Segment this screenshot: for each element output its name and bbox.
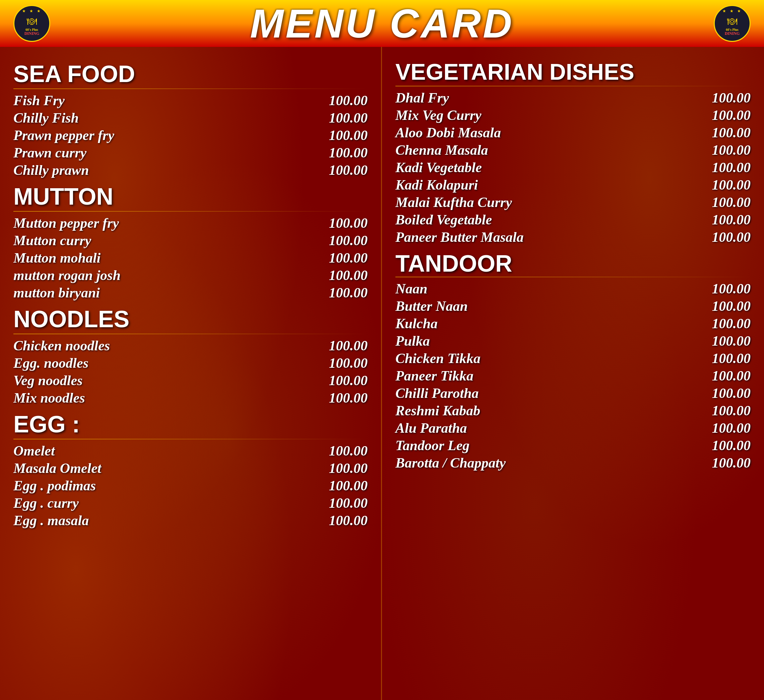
left-column: SEA FOOD Fish Fry 100.00 Chilly Fish 100… [0,47,382,700]
list-item: Butter Naan 100.00 [395,298,751,314]
egg-divider [13,439,368,439]
tandoor-divider [395,277,751,277]
vegetarian-divider [395,86,751,86]
item-price: 100.00 [712,194,751,210]
noodles-divider [13,334,368,334]
item-name: Egg. noodles [13,355,88,371]
noodles-section: NOODLES Chicken noodles 100.00 Egg. nood… [13,308,368,406]
item-name: Naan [395,281,427,297]
item-name: Mutton curry [13,233,91,248]
list-item: Pulka 100.00 [395,333,751,349]
item-name: Mutton pepper fry [13,215,119,231]
logo-left: ★ ★ ★ 🍽 60's PlusDINING [13,5,50,42]
list-item: mutton biryani 100.00 [13,285,368,301]
item-price: 100.00 [329,338,368,354]
item-name: Aloo Dobi Masala [395,125,501,141]
list-item: Naan 100.00 [395,281,751,297]
item-price: 100.00 [712,281,751,297]
item-price: 100.00 [329,110,368,126]
item-name: mutton rogan josh [13,267,121,283]
item-price: 100.00 [329,215,368,231]
item-price: 100.00 [329,355,368,371]
list-item: Prawn pepper fry 100.00 [13,127,368,143]
list-item: Malai Kuftha Curry 100.00 [395,194,751,210]
sea-food-title: SEA FOOD [13,62,368,86]
item-name: mutton biryani [13,285,100,301]
item-name: Egg . masala [13,512,89,528]
item-price: 100.00 [329,495,368,511]
noodles-title: NOODLES [13,308,368,331]
item-name: Fish Fry [13,92,65,108]
list-item: Mutton curry 100.00 [13,233,368,248]
item-name: Paneer Tikka [395,368,473,384]
item-price: 100.00 [329,285,368,301]
mutton-title: MUTTON [13,185,368,208]
item-price: 100.00 [712,125,751,141]
logo-right-icon: 🍽 [727,16,737,27]
item-price: 100.00 [329,372,368,389]
list-item: Paneer Tikka 100.00 [395,368,751,384]
mutton-section: MUTTON Mutton pepper fry 100.00 Mutton c… [13,185,368,301]
item-price: 100.00 [712,455,751,471]
list-item: Egg . podimas 100.00 [13,478,368,494]
logo-left-text: 60's PlusDINING [25,28,39,36]
vegetarian-section: VEGETARIAN DISHES Dhal Fry 100.00 Mix Ve… [395,60,751,245]
item-name: Chilly Fish [13,110,79,126]
item-price: 100.00 [712,159,751,175]
item-price: 100.00 [329,250,368,266]
main-content: SEA FOOD Fish Fry 100.00 Chilly Fish 100… [0,47,764,700]
list-item: Chicken noodles 100.00 [13,338,368,354]
item-name: Alu Paratha [395,420,467,436]
right-column: VEGETARIAN DISHES Dhal Fry 100.00 Mix Ve… [382,47,764,700]
item-price: 100.00 [712,177,751,193]
item-name: Paneer Butter Masala [395,229,524,245]
item-price: 100.00 [329,443,368,459]
list-item: Egg . curry 100.00 [13,495,368,511]
item-name: Boiled Vegetable [395,212,492,228]
item-price: 100.00 [712,142,751,158]
list-item: Barotta / Chappaty 100.00 [395,455,751,471]
item-price: 100.00 [712,403,751,419]
item-price: 100.00 [712,90,751,106]
item-price: 100.00 [712,229,751,245]
list-item: Chenna Masala 100.00 [395,142,751,158]
list-item: Mutton pepper fry 100.00 [13,215,368,231]
list-item: Masala Omelet 100.00 [13,460,368,476]
item-price: 100.00 [329,145,368,161]
item-price: 100.00 [329,512,368,528]
list-item: Egg. noodles 100.00 [13,355,368,371]
item-price: 100.00 [329,390,368,406]
list-item: Chilly prawn 100.00 [13,162,368,178]
item-price: 100.00 [712,420,751,436]
item-name: Egg . curry [13,495,79,511]
item-name: Chenna Masala [395,142,488,158]
item-price: 100.00 [712,350,751,366]
item-price: 100.00 [712,385,751,401]
item-name: Reshmi Kabab [395,403,480,419]
item-name: Masala Omelet [13,460,101,476]
logo-left-icon: 🍽 [27,16,37,27]
item-price: 100.00 [712,316,751,331]
list-item: Alu Paratha 100.00 [395,420,751,436]
item-name: Egg . podimas [13,478,96,494]
item-name: Chicken noodles [13,338,110,354]
item-name: Mutton mohali [13,250,100,266]
list-item: mutton rogan josh 100.00 [13,267,368,283]
logo-right-stars: ★ ★ ★ [722,9,742,14]
item-name: Kulcha [395,316,438,331]
sea-food-section: SEA FOOD Fish Fry 100.00 Chilly Fish 100… [13,62,368,178]
item-name: Tandoor Leg [395,438,470,453]
item-name: Pulka [395,333,430,349]
list-item: Tandoor Leg 100.00 [395,438,751,453]
item-name: Mix Veg Curry [395,107,482,123]
item-name: Chilli Parotha [395,385,479,401]
list-item: Reshmi Kabab 100.00 [395,403,751,419]
item-price: 100.00 [329,162,368,178]
item-name: Omelet [13,443,55,459]
item-name: Barotta / Chappaty [395,455,506,471]
tandoor-section: TANDOOR Naan 100.00 Butter Naan 100.00 K… [395,252,751,471]
item-price: 100.00 [712,212,751,228]
logo-right: ★ ★ ★ 🍽 60's PlusDINING [714,5,751,42]
item-price: 100.00 [712,298,751,314]
list-item: Dhal Fry 100.00 [395,90,751,106]
